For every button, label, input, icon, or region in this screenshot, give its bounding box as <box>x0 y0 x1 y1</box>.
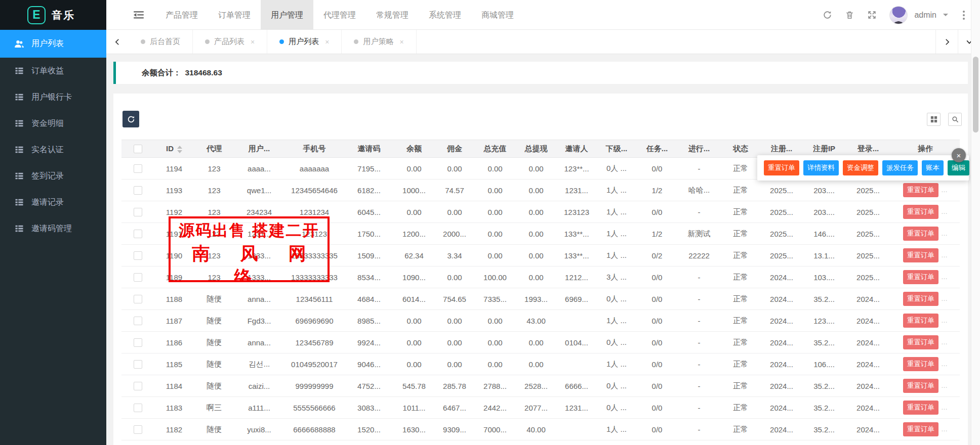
tab-home[interactable]: 后台首页 <box>129 30 193 54</box>
reset-order-button[interactable]: 重置订单 <box>903 270 938 284</box>
popup-button-dispatch-task[interactable]: 派发任务 <box>882 160 918 175</box>
row-more-actions[interactable]: … <box>941 230 948 237</box>
cell-agent: 随便 <box>194 288 234 310</box>
cell-reg-ip: 35.2... <box>803 375 845 397</box>
nav-item-agent-management[interactable]: 代理管理 <box>313 0 366 30</box>
reset-order-button[interactable]: 重置订单 <box>903 357 938 371</box>
row-more-actions[interactable]: … <box>941 382 948 389</box>
row-checkbox[interactable] <box>134 338 142 347</box>
username[interactable]: admin <box>914 11 936 20</box>
row-more-actions[interactable]: … <box>941 317 948 324</box>
row-checkbox[interactable] <box>134 164 142 173</box>
sidebar-item-invite-code-management[interactable]: 邀请码管理 <box>0 215 106 242</box>
sidebar-item-funds-detail[interactable]: 资金明细 <box>0 110 106 137</box>
nav-item-general-management[interactable]: 常规管理 <box>366 0 419 30</box>
cell-reg-ip: 35.2... <box>803 288 845 310</box>
row-checkbox[interactable] <box>134 404 142 412</box>
sort-icon[interactable] <box>177 146 182 153</box>
sidebar-item-checkin-records[interactable]: 签到记录 <box>0 163 106 189</box>
select-all-checkbox[interactable] <box>134 145 142 153</box>
tab-close-icon[interactable]: × <box>251 38 255 46</box>
reset-order-button[interactable]: 重置订单 <box>903 401 938 415</box>
more-menu-icon[interactable] <box>961 9 967 22</box>
nav-item-order-management[interactable]: 订单管理 <box>208 0 261 30</box>
row-checkbox[interactable] <box>134 186 142 195</box>
sidebar-item-invite-records[interactable]: 邀请记录 <box>0 189 106 215</box>
cell-phone: 01049520017 <box>284 353 344 375</box>
row-more-actions[interactable]: … <box>941 404 948 411</box>
scrollbar[interactable] <box>971 0 980 445</box>
close-icon[interactable]: × <box>952 148 966 162</box>
reset-order-button[interactable]: 重置订单 <box>903 314 938 328</box>
reset-order-button[interactable]: 重置订单 <box>903 227 938 241</box>
reset-order-button[interactable]: 重置订单 <box>903 248 938 262</box>
cell-login-time: 2025... <box>845 266 891 288</box>
popup-button-ledger[interactable]: 账本 <box>922 160 944 175</box>
column-filter-button[interactable] <box>927 113 941 126</box>
cell-status: 正常 <box>721 353 760 375</box>
nav-item-mall-management[interactable]: 商城管理 <box>471 0 524 30</box>
cell-id: 1193 <box>154 180 194 201</box>
sidebar-item-user-bank-cards[interactable]: 用户银行卡 <box>0 84 106 110</box>
table-search-button[interactable] <box>948 113 962 126</box>
cell-phone: 12345654646 <box>284 180 344 201</box>
reset-order-button[interactable]: 重置订单 <box>903 183 938 197</box>
tab-product-list[interactable]: 产品列表× <box>193 30 267 54</box>
table-refresh-button[interactable] <box>123 111 139 127</box>
row-checkbox[interactable] <box>134 208 142 216</box>
nav-item-user-management[interactable]: 用户管理 <box>261 0 313 30</box>
cell-agent: 随便 <box>194 332 234 353</box>
row-more-actions[interactable]: … <box>941 360 948 368</box>
popup-button-edit[interactable]: 编辑 <box>948 160 969 175</box>
reset-order-button[interactable]: 重置订单 <box>903 422 938 436</box>
refresh-icon[interactable] <box>823 10 832 20</box>
reset-order-button[interactable]: 重置订单 <box>903 335 938 349</box>
popup-button-reset-order[interactable]: 重置订单 <box>764 160 799 175</box>
sidebar-item-real-name-auth[interactable]: 实名认证 <box>0 137 106 163</box>
reset-order-button[interactable]: 重置订单 <box>903 379 938 393</box>
row-more-actions[interactable]: … <box>941 295 948 302</box>
reset-order-button[interactable]: 重置订单 <box>903 205 938 219</box>
trash-icon[interactable] <box>845 10 854 20</box>
row-more-actions[interactable]: … <box>941 186 948 194</box>
row-checkbox[interactable] <box>134 425 142 434</box>
nav-item-system-management[interactable]: 系统管理 <box>419 0 471 30</box>
nav-item-product-management[interactable]: 产品管理 <box>155 0 208 30</box>
row-checkbox[interactable] <box>134 317 142 325</box>
scrollbar-thumb[interactable] <box>973 57 978 132</box>
row-checkbox[interactable] <box>134 295 142 303</box>
cell-reg-time: 2025... <box>760 201 803 223</box>
tabs-scroll-left-icon[interactable] <box>106 30 129 54</box>
row-checkbox[interactable] <box>134 382 142 390</box>
row-more-actions[interactable]: … <box>941 208 948 215</box>
cell-invite-code: 6182... <box>344 180 394 201</box>
popup-button-funds-adjust[interactable]: 资金调整 <box>843 160 878 175</box>
tab-user-strategy[interactable]: 用户策略× <box>342 30 416 54</box>
cell-inviter: 133**... <box>557 223 596 245</box>
cell-reg-ip: 203.... <box>803 180 845 201</box>
row-more-actions[interactable]: … <box>941 425 948 433</box>
tab-close-icon[interactable]: × <box>399 38 403 46</box>
sidebar-item-user-list[interactable]: 用户列表 <box>0 30 106 58</box>
tab-close-icon[interactable]: × <box>325 38 329 46</box>
row-more-actions[interactable]: … <box>941 251 948 259</box>
avatar[interactable] <box>889 6 908 24</box>
row-more-actions[interactable]: … <box>941 273 948 281</box>
tab-user-list[interactable]: 用户列表× <box>267 30 342 54</box>
row-checkbox[interactable] <box>134 230 142 238</box>
popup-button-details[interactable]: 详情资料 <box>803 160 839 175</box>
cell-login-time: 2024... <box>845 332 891 353</box>
sidebar-toggle-icon[interactable] <box>129 0 149 30</box>
column-header-label: 注册... <box>771 144 793 153</box>
row-more-actions[interactable]: … <box>941 338 948 346</box>
reset-order-button[interactable]: 重置订单 <box>903 292 938 306</box>
row-checkbox[interactable] <box>134 360 142 369</box>
tabs-scroll-right-icon[interactable] <box>935 30 958 54</box>
list-icon <box>14 145 24 155</box>
cell-agent: 随便 <box>194 353 234 375</box>
row-checkbox[interactable] <box>134 273 142 282</box>
row-checkbox[interactable] <box>134 251 142 260</box>
fullscreen-icon[interactable] <box>867 10 877 20</box>
sidebar-item-order-earnings[interactable]: 订单收益 <box>0 58 106 84</box>
cell-id: 1194 <box>154 158 194 180</box>
